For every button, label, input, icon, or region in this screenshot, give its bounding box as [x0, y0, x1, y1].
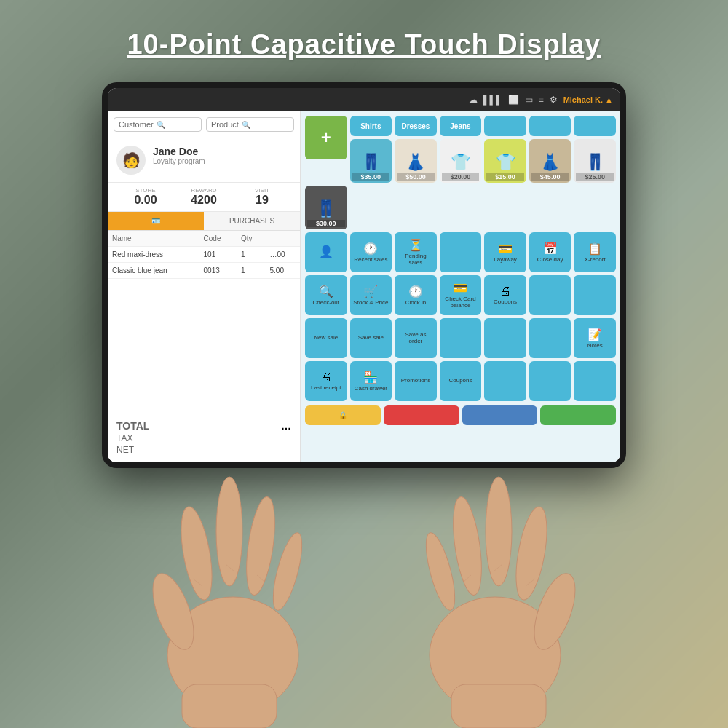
- last-receipt-icon: 🖨: [320, 371, 332, 384]
- add-customer-button[interactable]: 👤: [305, 232, 347, 272]
- product-search-icon: 🔍: [242, 121, 250, 129]
- tab-id[interactable]: 🪪: [108, 212, 204, 230]
- blank-action-5[interactable]: [484, 318, 526, 358]
- product-1-price: $35.00: [352, 173, 390, 181]
- blank-action-8[interactable]: [529, 361, 571, 401]
- product-6[interactable]: 👖 $25.00: [574, 139, 616, 183]
- hands-overlay: [102, 451, 626, 728]
- table-row[interactable]: Classic blue jean 0013 1 5.00: [108, 263, 300, 279]
- customer-loyalty: Loyalty program: [153, 157, 205, 165]
- svg-rect-16: [451, 684, 546, 728]
- pay-blue-button[interactable]: [462, 405, 538, 425]
- menu-icon: ≡: [539, 95, 544, 105]
- recent-sales-button[interactable]: 🕐 Recent sales: [350, 232, 392, 272]
- total-row-main: TOTAL …: [116, 420, 291, 432]
- cash-drawer-icon: 🏪: [363, 371, 378, 384]
- product-1[interactable]: 👖 $35.00: [350, 139, 392, 183]
- checkout-button[interactable]: 🔍 Check-out: [305, 275, 347, 315]
- lock-button[interactable]: 🔒: [305, 405, 381, 425]
- tabs-row: 🪪 PURCHASES: [108, 212, 300, 231]
- product-search-text: Product: [211, 120, 239, 129]
- cash-drawer-button[interactable]: 🏪 Cash drawer: [350, 361, 392, 401]
- category-blank-3[interactable]: [574, 116, 616, 136]
- product-3[interactable]: 👕 $20.00: [440, 139, 482, 183]
- svg-rect-6: [182, 684, 277, 728]
- x-report-button[interactable]: 📋 X-report: [574, 232, 616, 272]
- stat-store: STORE 0.00: [116, 187, 175, 207]
- left-hand: [102, 451, 364, 728]
- blank-action-4[interactable]: [440, 318, 482, 358]
- action-grid-1: 👤 🕐 Recent sales ⏳ Pending sales: [305, 232, 616, 272]
- pending-sales-button[interactable]: ⏳ Pending sales: [395, 232, 437, 272]
- blank-action-7[interactable]: [484, 361, 526, 401]
- clock-in-icon: 🕐: [408, 285, 423, 298]
- category-blank-2[interactable]: [529, 116, 571, 136]
- item-code-2: 0013: [199, 263, 237, 279]
- save-order-button[interactable]: Save as order: [395, 318, 437, 358]
- clock-in-label: Clock in: [405, 300, 426, 306]
- coupons-button[interactable]: 🖨 Coupons: [484, 275, 526, 315]
- table-row[interactable]: Red maxi-dress 101 1 …00: [108, 247, 300, 263]
- clock-in-button[interactable]: 🕐 Clock in: [395, 275, 437, 315]
- product-5-price: $45.00: [531, 173, 569, 181]
- pay-green-button[interactable]: [540, 405, 616, 425]
- net-label: NET: [116, 445, 134, 455]
- settings-icon: ⚙: [550, 95, 558, 105]
- cloud-icon: ☁: [469, 95, 478, 105]
- coupon-button[interactable]: Coupons: [440, 361, 482, 401]
- layaway-button[interactable]: 💳 Layaway: [484, 232, 526, 272]
- product-4[interactable]: 👕 $15.00: [484, 139, 526, 183]
- notes-icon: 📝: [587, 328, 602, 341]
- save-sale-button[interactable]: Save sale: [350, 318, 392, 358]
- product-2[interactable]: 👗 $50.00: [395, 139, 437, 183]
- total-row-tax: TAX: [116, 433, 291, 443]
- last-receipt-button[interactable]: 🖨 Last receipt: [305, 361, 347, 401]
- category-shirts[interactable]: Shirts: [350, 116, 392, 136]
- blank-action-1[interactable]: [440, 232, 482, 272]
- add-product-button[interactable]: +: [305, 116, 347, 159]
- coupon-label: Coupons: [448, 378, 472, 384]
- product-3-price: $20.00: [442, 173, 480, 181]
- notes-button[interactable]: 📝 Notes: [574, 318, 616, 358]
- blank-action-6[interactable]: [529, 318, 571, 358]
- tab-purchases[interactable]: PURCHASES: [204, 212, 300, 230]
- category-dresses[interactable]: Dresses: [395, 116, 437, 136]
- close-day-button[interactable]: 📅 Close day: [529, 232, 571, 272]
- card-balance-label: Check Card balance: [443, 296, 479, 309]
- right-panel: + Shirts Dresses Jeans 👖 $35.00: [301, 111, 620, 462]
- user-name[interactable]: Michael K. ▲: [563, 95, 613, 104]
- customer-search[interactable]: Customer 🔍: [114, 117, 202, 132]
- product-5[interactable]: 👗 $45.00: [529, 139, 571, 183]
- top-bar: ☁ ▌▌▌ ⬜ ▭ ≡ ⚙ Michael K. ▲: [108, 88, 620, 111]
- category-jeans[interactable]: Jeans: [440, 116, 482, 136]
- avatar: 🧑: [116, 146, 146, 175]
- svg-point-11: [526, 569, 584, 654]
- blank-action-9[interactable]: [574, 361, 616, 401]
- total-value: …: [281, 420, 291, 432]
- product-4-price: $15.00: [486, 173, 524, 181]
- svg-point-0: [167, 597, 298, 713]
- card-balance-button[interactable]: 💳 Check Card balance: [440, 275, 482, 315]
- item-name-2: Classic blue jean: [108, 263, 199, 279]
- stock-price-button[interactable]: 🛒 Stock & Price: [350, 275, 392, 315]
- blank-action-2[interactable]: [529, 275, 571, 315]
- store-label: STORE: [116, 187, 175, 194]
- product-2-img: 👗: [405, 153, 425, 172]
- blank-action-3[interactable]: [574, 275, 616, 315]
- pay-red-button[interactable]: [384, 405, 459, 425]
- monitor-screen: ☁ ▌▌▌ ⬜ ▭ ≡ ⚙ Michael K. ▲ Customer 🔍: [108, 88, 620, 462]
- svg-point-12: [510, 505, 553, 602]
- svg-point-13: [486, 477, 512, 586]
- category-grid: + Shirts Dresses Jeans 👖 $35.00: [305, 116, 616, 229]
- notes-label: Notes: [587, 343, 603, 349]
- product-7[interactable]: 👖 $30.00: [305, 186, 347, 229]
- product-7-img: 👖: [316, 199, 336, 218]
- new-sale-button[interactable]: New sale: [305, 318, 347, 358]
- item-code-1: 101: [199, 247, 237, 263]
- category-blank-1[interactable]: [484, 116, 526, 136]
- stat-visit: VISIT 19: [233, 187, 291, 207]
- product-6-price: $25.00: [576, 173, 614, 181]
- stats-row: STORE 0.00 REWARD 4200 VISIT 19: [108, 183, 300, 212]
- promotions-button[interactable]: Promotions: [395, 361, 437, 401]
- product-search[interactable]: Product 🔍: [206, 117, 294, 132]
